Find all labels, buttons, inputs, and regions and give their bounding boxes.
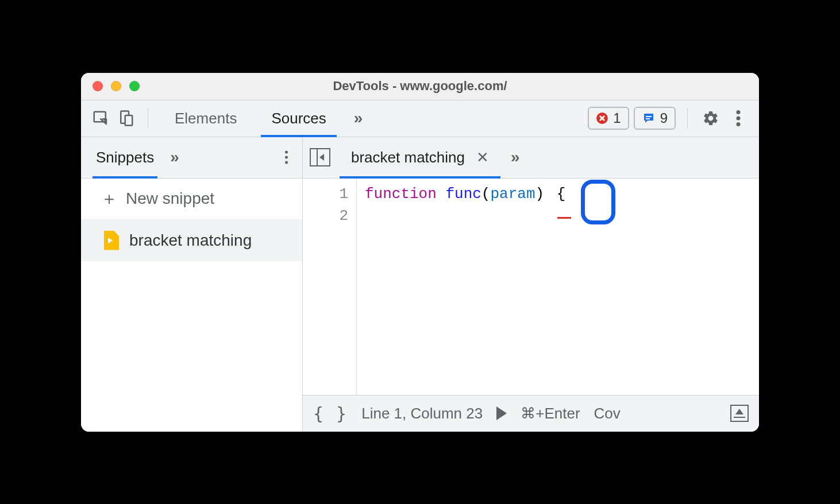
toggle-navigator-icon[interactable] [310,148,330,166]
tab-elements[interactable]: Elements [160,100,252,137]
token-close-paren: ) [535,185,544,203]
toolbar-divider [687,108,688,129]
sidebar-tab-snippets[interactable]: Snippets [88,137,162,178]
tab-sources[interactable]: Sources [256,100,341,137]
sidebar-more-tabs-icon[interactable]: » [162,148,187,166]
body-split: Snippets » ＋ New snippet bracket matchin… [81,137,759,432]
svg-rect-2 [125,115,133,126]
svg-point-11 [285,161,288,164]
errors-badge[interactable]: 1 [588,107,629,130]
snippet-file-name: bracket matching [129,231,252,250]
main-toolbar: Elements Sources » 1 9 [81,100,759,137]
line-number: 1 [303,183,348,205]
errors-count: 1 [613,110,621,126]
token-open-brace: { [553,185,569,203]
code-line-1: function func(param) { [365,183,583,205]
devtools-window: DevTools - www.google.com/ Elements Sour… [81,73,759,432]
code-line-2 [365,205,583,227]
cursor-position: Line 1, Column 23 [361,405,483,422]
run-snippet-icon[interactable] [496,406,507,420]
coverage-label[interactable]: Cov [594,405,621,422]
maximize-window-button[interactable] [129,81,140,91]
new-snippet-label: New snippet [126,189,214,208]
token-keyword: function [365,185,437,203]
messages-badge[interactable]: 9 [634,107,676,130]
svg-rect-0 [94,112,106,122]
titlebar: DevTools - www.google.com/ [81,73,759,100]
snippet-file-row[interactable]: bracket matching [81,220,302,261]
new-snippet-button[interactable]: ＋ New snippet [81,179,302,220]
settings-icon[interactable] [699,107,722,130]
svg-point-10 [285,156,288,159]
line-number: 2 [303,205,348,227]
window-title: DevTools - www.google.com/ [81,79,759,94]
toggle-drawer-icon[interactable] [730,405,749,422]
traffic-lights [81,81,140,91]
inspect-element-icon[interactable] [90,108,111,129]
close-tab-icon[interactable]: ✕ [476,149,489,166]
plus-icon: ＋ [101,187,118,211]
toolbar-divider [148,108,148,129]
editor-statusbar: { } Line 1, Column 23 ⌘+Enter Cov [303,395,759,432]
line-gutter: 1 2 [303,179,357,395]
svg-rect-4 [646,116,652,117]
close-window-button[interactable] [93,81,103,91]
sidebar-tabs: Snippets » [81,137,302,179]
minimize-window-button[interactable] [111,81,121,91]
pretty-print-icon[interactable]: { } [313,404,348,424]
navigator-sidebar: Snippets » ＋ New snippet bracket matchin… [81,137,303,432]
editor-tabs: bracket matching ✕ » [303,137,759,179]
editor-pane: bracket matching ✕ » 1 2 function func(p… [303,137,759,432]
token-param: param [490,185,535,203]
svg-point-6 [737,110,741,114]
svg-point-8 [737,122,741,126]
editor-tab-label: bracket matching [351,149,465,166]
messages-count: 9 [660,110,668,126]
run-shortcut-label: ⌘+Enter [521,405,580,422]
sidebar-options-icon[interactable] [277,148,295,166]
more-options-icon[interactable] [727,107,750,130]
bracket-annotation-highlight [581,180,615,224]
device-toolbar-icon[interactable] [115,108,136,129]
svg-point-9 [285,151,288,154]
token-open-paren: ( [481,185,491,203]
error-underline-icon [557,217,571,219]
token-function-name: func [445,185,481,203]
editor-more-tabs-icon[interactable]: » [503,148,528,166]
svg-point-7 [737,117,741,121]
code-editor[interactable]: 1 2 function func(param) { [303,179,759,395]
snippet-file-icon [104,231,119,250]
editor-tab-bracket-matching[interactable]: bracket matching ✕ [340,137,500,178]
svg-rect-5 [646,118,650,119]
code-content[interactable]: function func(param) { [357,179,591,395]
more-tabs-icon[interactable]: » [346,109,371,127]
